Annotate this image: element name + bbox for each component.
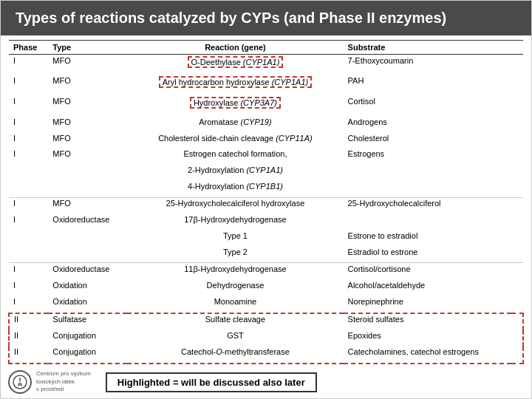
cell-substrate: Cortisol/cortisone <box>344 263 511 280</box>
table-row: IIConjugationCatechol-O-methyltransferas… <box>9 347 523 364</box>
col-c <box>511 41 523 55</box>
cell-substrate: Estradiol to estrone <box>344 246 511 263</box>
table-row: IOxidationDehydrogenaseAlcohol/acetaldeh… <box>9 279 523 296</box>
cell-c <box>511 246 523 263</box>
table-row: IIConjugationGSTEpoxides <box>9 330 523 347</box>
table-row: IMFOAromatase (CYP19)Androgens <box>9 116 523 132</box>
cell-phase: I <box>9 197 48 214</box>
col-phase: Phase <box>9 41 48 55</box>
cell-phase <box>9 230 48 246</box>
cell-c <box>511 96 523 117</box>
cell-c <box>511 313 523 330</box>
cell-c <box>511 75 523 96</box>
cell-type: Oxidation <box>48 296 127 313</box>
cell-reaction: Dehydrogenase <box>127 279 343 296</box>
cell-c <box>511 181 523 198</box>
cell-reaction: Hydroxylase (CYP3A7) <box>127 96 343 117</box>
cell-c <box>511 230 523 246</box>
cell-c <box>511 149 523 165</box>
logo-icon <box>8 370 32 394</box>
cell-substrate: Cholesterol <box>344 132 511 149</box>
table-row: IMFOCholesterol side-chain cleavage (CYP… <box>9 132 523 149</box>
cell-phase: I <box>9 75 48 96</box>
cell-type: Oxidoreductase <box>48 214 127 231</box>
table-row: IMFOEstrogen catechol formation,Estrogen… <box>9 149 523 165</box>
table-row: 4-Hydroxylation (CYP1B1) <box>9 181 523 198</box>
cell-type: Oxidation <box>48 279 127 296</box>
col-substrate: Substrate <box>344 41 511 55</box>
table-row: IMFOAryl hydrocarbon hydroxylase (CYP1A1… <box>9 75 523 96</box>
cell-type: Conjugation <box>48 347 127 364</box>
cell-phase: II <box>9 313 48 330</box>
slide-title: Types of reactions catalyzed by CYPs (an… <box>1 1 531 35</box>
cell-substrate <box>344 165 511 181</box>
table-row: IOxidoreductase11β-HydroxydehydrogenaseC… <box>9 263 523 280</box>
cell-phase: I <box>9 214 48 231</box>
cell-phase: I <box>9 149 48 165</box>
cell-substrate: Alcohol/acetaldehyde <box>344 279 511 296</box>
cell-type: MFO <box>48 197 127 214</box>
cell-reaction: 25-Hydroxycholecalciferol hydroxylase <box>127 197 343 214</box>
cell-substrate <box>344 181 511 198</box>
cell-phase: I <box>9 96 48 117</box>
table-row: IMFOHydroxylase (CYP3A7)Cortisol <box>9 96 523 117</box>
cell-reaction: GST <box>127 330 343 347</box>
cell-reaction: Monoamine <box>127 296 343 313</box>
cell-c <box>511 263 523 280</box>
logo-area: Centrum pro výzkum toxických látek v pro… <box>8 370 91 394</box>
cell-reaction: Aromatase (CYP19) <box>127 116 343 132</box>
table-row: 2-Hydroxylation (CYP1A1) <box>9 165 523 181</box>
cell-substrate: Catecholamines, catechol estrogens <box>344 347 511 364</box>
cell-phase: I <box>9 132 48 149</box>
table-row: IISulfataseSulfate cleavageSteroid sulfa… <box>9 313 523 330</box>
cell-c <box>511 55 523 75</box>
cell-substrate: 7-Ethoxycoumarin <box>344 55 511 75</box>
table-row: IOxidationMonoamineNorepinephrine <box>9 296 523 313</box>
title-text: Types of reactions catalyzed by CYPs (an… <box>16 10 446 26</box>
cell-substrate: Estrone to estradiol <box>344 230 511 246</box>
cell-substrate: Epoxides <box>344 330 511 347</box>
cell-substrate: Norepinephrine <box>344 296 511 313</box>
table-row: IMFOO-Deethylase (CYP1A1)7-Ethoxycoumari… <box>9 55 523 75</box>
cell-phase: I <box>9 116 48 132</box>
cell-reaction: O-Deethylase (CYP1A1) <box>127 55 343 75</box>
cell-c <box>511 165 523 181</box>
table-row: IMFO25-Hydroxycholecalciferol hydroxylas… <box>9 197 523 214</box>
cell-phase <box>9 181 48 198</box>
cell-substrate: Androgens <box>344 116 511 132</box>
cell-reaction: Type 2 <box>127 246 343 263</box>
cell-c <box>511 116 523 132</box>
table-row: Type 2Estradiol to estrone <box>9 246 523 263</box>
cell-c <box>511 330 523 347</box>
cell-reaction: 2-Hydroxylation (CYP1A1) <box>127 165 343 181</box>
highlighted-note: Highlighted = will be discussed also lat… <box>106 372 317 392</box>
cell-reaction: 11β-Hydroxydehydrogenase <box>127 263 343 280</box>
cell-reaction: 4-Hydroxylation (CYP1B1) <box>127 181 343 198</box>
cell-type: Conjugation <box>48 330 127 347</box>
cell-type: Sulfatase <box>48 313 127 330</box>
cell-phase: I <box>9 55 48 75</box>
cell-phase <box>9 165 48 181</box>
slide-footer: Centrum pro výzkum toxických látek v pro… <box>1 367 531 398</box>
cell-type: MFO <box>48 55 127 75</box>
cell-substrate: Steroid sulfates <box>344 313 511 330</box>
cell-type: MFO <box>48 96 127 117</box>
reactions-table: Phase Type Reaction (gene) Substrate IMF… <box>8 40 524 364</box>
cell-substrate: PAH <box>344 75 511 96</box>
cell-reaction: Cholesterol side-chain cleavage (CYP11A) <box>127 132 343 149</box>
cell-type <box>48 165 127 181</box>
cell-c <box>511 132 523 149</box>
cell-type: Oxidoreductase <box>48 263 127 280</box>
cell-type <box>48 230 127 246</box>
cell-substrate: Estrogens <box>344 149 511 165</box>
slide: Types of reactions catalyzed by CYPs (an… <box>0 0 532 399</box>
cell-reaction: 17β-Hydroxydehydrogenase <box>127 214 343 231</box>
slide-content: Phase Type Reaction (gene) Substrate IMF… <box>1 35 531 367</box>
cell-reaction: Estrogen catechol formation, <box>127 149 343 165</box>
cell-phase <box>9 246 48 263</box>
cell-type: MFO <box>48 132 127 149</box>
cell-phase: II <box>9 330 48 347</box>
logo-text: Centrum pro výzkum toxických látek v pro… <box>36 370 91 393</box>
cell-reaction: Type 1 <box>127 230 343 246</box>
cell-reaction: Catechol-O-methyltransferase <box>127 347 343 364</box>
